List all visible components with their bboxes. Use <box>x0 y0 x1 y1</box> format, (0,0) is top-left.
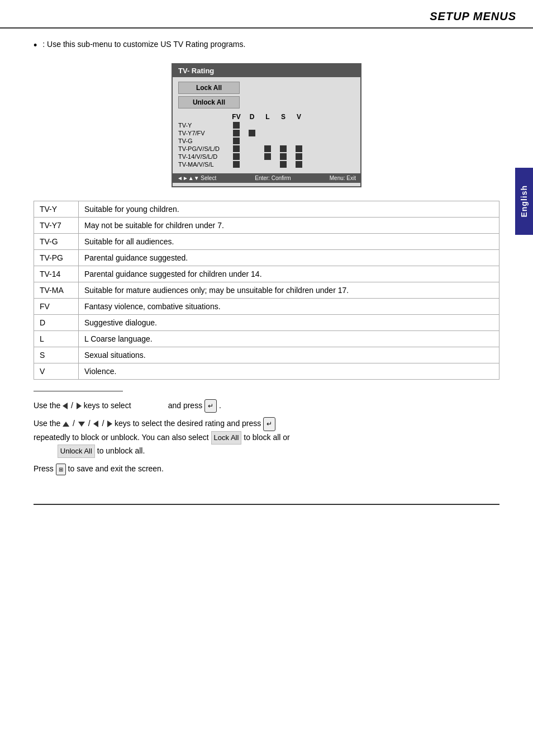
instructions-block: Use the / keys to select and press ↵ . U… <box>34 399 499 476</box>
instr2-to-block: to block all or <box>244 433 289 442</box>
grid-row-tv-14: TV-14/V/S/L/D <box>178 153 355 160</box>
page-header: SETUP MENUS <box>0 0 533 29</box>
cell-tv-14-v <box>291 153 307 160</box>
instr2-slash2: / <box>88 419 93 428</box>
instruction-line-3: Press ⊞ to save and exit the screen. <box>34 462 499 476</box>
cell-tv-ma-d <box>244 161 260 168</box>
cell-tv-g-s <box>275 138 291 144</box>
right-arrow-icon-2 <box>107 420 112 427</box>
row-label-tv-14: TV-14/V/S/L/D <box>178 153 229 160</box>
rating-description: Suitable for mature audiences only; may … <box>79 282 499 298</box>
ratings-table-row: FVFantasy violence, combative situations… <box>34 298 499 314</box>
bullet-point: • <box>34 40 37 52</box>
rating-description: Suitable for all audiences. <box>79 233 499 249</box>
instr2-end: to unblock all. <box>97 446 145 455</box>
rating-code: D <box>34 314 79 330</box>
instr2-post: repeatedly to block or unblock. You can … <box>34 433 211 442</box>
rating-description: Parental guidance suggested for children… <box>79 266 499 282</box>
rating-description: Parental guidance suggested. <box>79 249 499 266</box>
ratings-table: TV-YSuitable for young children.TV-Y7May… <box>34 201 499 380</box>
grid-row-tv-pg: TV-PG/V/S/L/D <box>178 145 355 152</box>
cell-tv-y7fv-fv <box>229 130 244 136</box>
cell-tv-14-s <box>275 153 291 160</box>
rating-code: TV-G <box>34 233 79 249</box>
intro-text: : Use this sub-menu to customize US TV R… <box>42 40 245 49</box>
cell-tv-y7fv-s <box>275 130 291 136</box>
ratings-table-row: VViolence. <box>34 363 499 379</box>
up-arrow-icon <box>63 422 69 427</box>
grid-row-tv-ma: TV-MA/V/S/L <box>178 161 355 168</box>
cell-tv-14-d <box>244 153 260 160</box>
cell-tv-14-fv <box>229 153 244 160</box>
instr2-indent <box>34 446 55 455</box>
cell-tv-pg-fv <box>229 145 244 152</box>
cell-tv-y7fv-d <box>244 130 260 136</box>
row-label-tv-y7fv: TV-Y7/FV <box>178 130 229 136</box>
cell-tv-y7fv-v <box>291 130 307 136</box>
cell-tv-y-l <box>260 122 275 129</box>
cell-tv-g-d <box>244 138 260 144</box>
rating-description: May not be suitable for children under 7… <box>79 217 499 233</box>
cell-tv-y-fv <box>229 122 244 129</box>
right-arrow-icon <box>77 403 82 409</box>
col-v: V <box>291 113 307 121</box>
instr2-slash1: / <box>73 419 77 428</box>
rating-code: S <box>34 347 79 363</box>
main-content: • : Use this sub-menu to customize US TV… <box>0 29 533 493</box>
instr3-pre: Press <box>34 464 56 473</box>
cell-tv-ma-l <box>260 161 275 168</box>
grid-row-tv-y7fv: TV-Y7/FV <box>178 130 355 136</box>
rating-code: TV-PG <box>34 249 79 266</box>
cell-tv-g-l <box>260 138 275 144</box>
grid-row-tv-y: TV-Y <box>178 122 355 129</box>
lock-all-button[interactable]: Lock All <box>178 82 240 94</box>
rating-code: TV-14 <box>34 266 79 282</box>
instr1-slash: / <box>71 401 75 410</box>
enter-icon: ↵ <box>204 399 217 413</box>
ratings-table-row: TV-PGParental guidance suggested. <box>34 249 499 266</box>
cell-tv-y7fv-l <box>260 130 275 136</box>
cell-tv-pg-s <box>275 145 291 152</box>
ratings-table-row: TV-MASuitable for mature audiences only;… <box>34 282 499 298</box>
cell-tv-y-s <box>275 122 291 129</box>
grid-row-tv-g: TV-G <box>178 138 355 144</box>
cell-tv-ma-v <box>291 161 307 168</box>
grid-header-row: FV D L S V <box>178 113 355 121</box>
row-label-tv-pg: TV-PG/V/S/L/D <box>178 145 229 152</box>
cell-tv-g-fv <box>229 138 244 144</box>
unlock-all-button[interactable]: Unlock All <box>178 96 240 108</box>
instruction-line-1: Use the / keys to select and press ↵ . <box>34 399 499 413</box>
tv-rating-box: TV- Rating Lock All Unlock All FV D L S … <box>172 63 361 187</box>
cell-tv-ma-s <box>275 161 291 168</box>
instr1-and: and press <box>168 401 204 410</box>
instr2-mid: keys to select the desired rating and pr… <box>115 419 263 428</box>
cell-tv-pg-l <box>260 145 275 152</box>
footer-confirm: Enter: Confirm <box>255 175 291 181</box>
col-fv: FV <box>229 113 244 121</box>
cell-tv-pg-v <box>291 145 307 152</box>
ratings-table-row: DSuggestive dialogue. <box>34 314 499 330</box>
col-d: D <box>244 113 260 121</box>
page-title: SETUP MENUS <box>17 10 516 23</box>
english-sidebar-tab: English <box>515 168 533 235</box>
footer-exit: Menu: Exit <box>330 175 356 181</box>
ratings-table-row: TV-YSuitable for young children. <box>34 201 499 217</box>
rating-description: Fantasy violence, combative situations. <box>79 298 499 314</box>
left-arrow-icon-2 <box>93 420 98 427</box>
cell-tv-pg-d <box>244 145 260 152</box>
instr3-end: to save and exit the screen. <box>68 464 164 473</box>
down-arrow-icon <box>78 422 85 427</box>
rating-description: Suitable for young children. <box>79 201 499 217</box>
rating-grid: FV D L S V TV-Y TV-Y7/FV <box>173 111 360 171</box>
rating-description: L Coarse language. <box>79 330 499 347</box>
tv-rating-buttons: Lock All Unlock All <box>173 77 360 111</box>
cell-tv-y-v <box>291 122 307 129</box>
tv-rating-title: TV- Rating <box>173 64 360 77</box>
ratings-table-row: TV-Y7May not be suitable for children un… <box>34 217 499 233</box>
rating-code: V <box>34 363 79 379</box>
cell-tv-g-v <box>291 138 307 144</box>
instr1-period: . <box>219 401 221 410</box>
row-label-tv-y: TV-Y <box>178 122 229 129</box>
intro-line: • : Use this sub-menu to customize US TV… <box>34 40 499 52</box>
rating-description: Sexual situations. <box>79 347 499 363</box>
